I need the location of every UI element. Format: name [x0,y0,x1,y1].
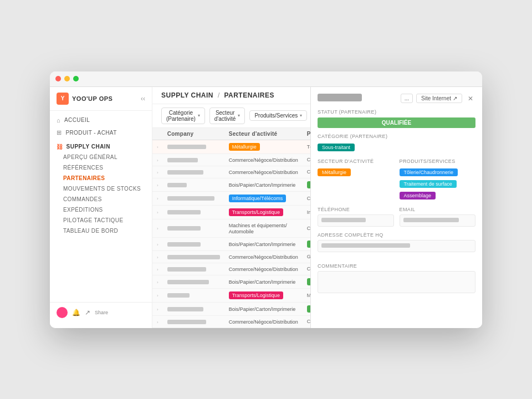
sidebar-item-mouvements[interactable]: MOUVEMENTS DE STOCKS [50,183,152,194]
secteur-text: Bois/Papier/Carton/Imprimerie [229,242,296,247]
table-row[interactable]: › Commerce/Négoce/Distribution Composant… [152,166,310,178]
table-row[interactable]: › Bois/Papier/Carton/Imprimerie Emballag… [152,275,310,288]
produits-label: Produits/Services [400,158,476,164]
table-header-row: Company Secteur d'activité Produits/Serv… [152,128,310,140]
expand-icon[interactable]: › [157,280,158,285]
app-logo-icon: Y [57,93,69,105]
table-row[interactable]: › Commerce/Négoce/Distribution Composant… [152,263,310,275]
site-internet-button[interactable]: Site Internet ↗ [416,94,462,103]
secteur-tag: Transports/Logistique [229,291,283,299]
notification-icon[interactable]: 🔔 [72,309,80,316]
col-expand [152,128,163,140]
secteur-text: Commerce/Négoce/Distribution [229,319,298,325]
expand-icon[interactable]: › [157,307,158,312]
sidebar-item-accueil[interactable]: ⌂ ACCUEIL [50,114,152,126]
produits-cell: Emballage c... [303,275,310,288]
detail-panel: ... Site Internet ↗ ✕ Statut (Partenaire… [310,87,482,328]
sub-nav-label: TABLEAU DE BORD [63,228,118,234]
expand-icon[interactable]: › [157,210,158,215]
detail-company-title [318,94,401,103]
commentaire-value[interactable] [318,271,475,293]
expand-icon[interactable]: › [157,158,158,163]
expand-icon[interactable]: › [157,145,158,150]
table-row[interactable]: › Commerce/Négoce/Distribution Gravure s… [152,250,310,263]
produits-cell: Câble et co... [303,191,310,205]
filter-secteur-button[interactable]: Secteur d'activité ▾ [209,108,245,124]
sub-nav-label: PARTENAIRES [63,175,105,181]
sidebar-item-pilotage[interactable]: PILOTAGE TACTIQUE [50,215,152,226]
table-row[interactable]: › Bois/Papier/Carton/Imprimerie Emballag… [152,178,310,191]
produit-tag-2: Assemblage [400,192,436,200]
site-internet-label: Site Internet [421,95,451,101]
table-row[interactable]: › Machines et équipements/ Automobile Co… [152,219,310,237]
sidebar-item-label: ACCUEIL [64,117,90,123]
detail-categorie-section: Catégorie (Partenaire) Sous-traitant [318,134,475,153]
table-row[interactable]: › Commerce/Négoce/Distribution Composant… [152,154,310,166]
categorie-tag: Sous-traitant [318,144,355,151]
sidebar-item-partenaires[interactable]: PARTENAIRES [50,173,152,183]
email-value [400,214,476,227]
company-name-blurred [167,280,209,284]
sidebar-collapse-button[interactable]: ‹‹ [141,95,145,103]
sidebar-item-apercu[interactable]: APERÇU GÉNÉRAL [50,152,152,162]
col-company[interactable]: Company [163,128,224,140]
more-options-button[interactable]: ... [401,94,413,103]
expand-icon[interactable]: › [157,226,158,231]
sidebar: Y YOO'UP OPS ‹‹ ⌂ ACCUEIL ⊞ PRODUIT - AC… [50,87,152,328]
table-row[interactable]: › Commerce/Négoce/Distribution Composant… [152,315,310,328]
sidebar-item-references[interactable]: RÉFÉRENCES [50,162,152,173]
sidebar-item-expeditions[interactable]: EXPÉDITIONS [50,204,152,215]
adresse-value [318,240,475,252]
filter-categorie-button[interactable]: Catégorie (Partenaire) ▾ [161,108,205,124]
categorie-label: Catégorie (Partenaire) [318,134,475,139]
close-button[interactable]: ✕ [466,94,475,104]
sidebar-item-tableau[interactable]: TABLEAU DE BORD [50,226,152,236]
maximize-dot[interactable] [73,76,79,81]
sidebar-item-commandes[interactable]: COMMANDES [50,194,152,204]
produits-cell: Composants... [303,154,310,166]
adresse-label: Adresse complète HQ [318,232,475,238]
secteur-tag: Informatique/Télécoms [229,195,287,202]
sub-nav-label: RÉFÉRENCES [63,165,103,171]
produits-cell: Composants... [303,219,310,237]
chevron-down-icon: ▾ [300,113,302,118]
table-row[interactable]: › Informatique/Télécoms Câble et co... [152,191,310,205]
secteur-text: Machines et équipements/ Automobile [229,223,287,234]
page-header: SUPPLY CHAIN / PARTENAIRES [152,87,310,104]
table-row[interactable]: › Métallurgie Tôlerie/Chau... [152,140,310,154]
expand-icon[interactable]: › [157,293,158,298]
sub-nav-label: EXPÉDITIONS [63,207,103,213]
produits-cell: Tôlerie/Chau... [303,140,310,154]
table-row[interactable]: › Bois/Papier/Carton/Imprimerie Emballag… [152,302,310,315]
expand-icon[interactable]: › [157,255,158,260]
col-secteur[interactable]: Secteur d'activité [224,128,303,140]
expand-icon[interactable]: › [157,242,158,247]
share-label: Share [95,310,108,315]
detail-commentaire-section: Commentaire [318,263,475,293]
expand-icon[interactable]: › [157,320,158,325]
detail-header: ... Site Internet ↗ ✕ [318,94,475,104]
expand-icon[interactable]: › [157,196,158,201]
detail-produits-col: Produits/Services Tôlerie/Chaudronnerie … [400,158,476,201]
table-row[interactable]: › Transports/Logistique Informatiq... [152,205,310,219]
secteur-text: Commerce/Négoce/Distribution [229,157,298,163]
table-row[interactable]: › Bois/Papier/Carton/Imprimerie Emballag… [152,237,310,250]
company-name-blurred [167,226,201,231]
table-row[interactable]: › Transports/Logistique Messagerie [152,288,310,302]
filter-produits-button[interactable]: Produits/Services ▾ [249,110,307,121]
email-label: Email [400,207,476,212]
minimize-dot[interactable] [64,76,70,81]
share-icon[interactable]: ↗ [85,309,90,316]
company-name-blurred [167,320,206,324]
company-name-blurred [167,293,190,298]
expand-icon[interactable]: › [157,267,158,272]
expand-icon[interactable]: › [157,170,158,175]
app-logo-text: YOO'UP OPS [72,95,112,102]
col-produits[interactable]: Produits/Servi... [303,128,310,140]
sidebar-logo: Y YOO'UP OPS ‹‹ [50,87,152,111]
detail-adresse-section: Adresse complète HQ [318,232,475,252]
partners-table: Company Secteur d'activité Produits/Serv… [152,128,310,328]
close-dot[interactable] [55,76,61,81]
sidebar-item-produit-achat[interactable]: ⊞ PRODUIT - ACHAT [50,126,152,139]
expand-icon[interactable]: › [157,183,158,188]
